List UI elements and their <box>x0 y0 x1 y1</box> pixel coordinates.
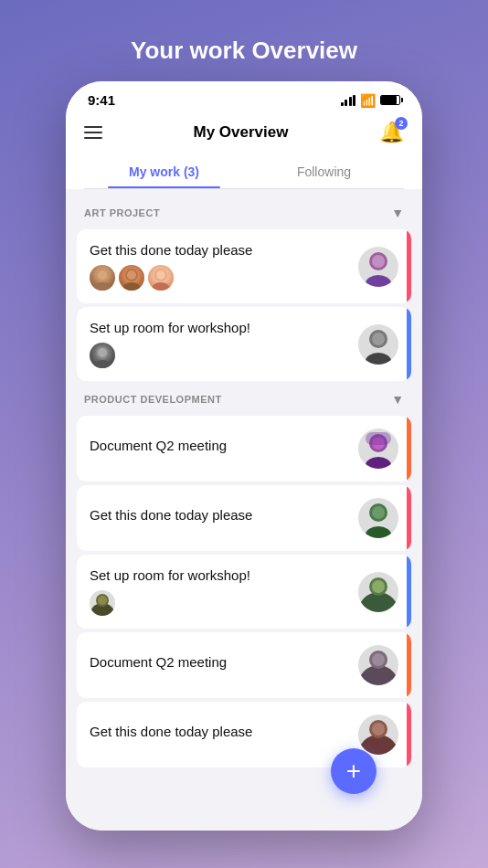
task-card-left: Document Q2 meeting <box>90 654 358 677</box>
section-title-product: PRODUCT DEVELOPMENT <box>84 394 222 405</box>
status-time: 9:41 <box>88 92 115 108</box>
header-title: My Overview <box>194 123 289 142</box>
task-card-left: Get this done today please <box>90 242 358 291</box>
notification-button[interactable]: 🔔 2 <box>379 121 404 144</box>
task-card-2[interactable]: Set up room for workshop! <box>77 307 411 381</box>
battery-icon <box>380 95 400 105</box>
svg-point-4 <box>122 282 141 291</box>
content-area: ART PROJECT ▼ Get this done today please <box>66 189 422 831</box>
fab-button[interactable]: + <box>331 748 377 794</box>
status-icons: 📶 <box>341 93 401 108</box>
task-main-avatar <box>358 324 398 365</box>
task-avatars <box>90 590 358 616</box>
task-title: Set up room for workshop! <box>90 320 358 335</box>
section-art-project: ART PROJECT ▼ Get this done today please <box>66 198 422 381</box>
svg-point-10 <box>366 275 391 287</box>
section-header-art: ART PROJECT ▼ <box>66 198 422 226</box>
svg-point-1 <box>93 282 111 291</box>
svg-point-7 <box>152 282 170 291</box>
task-main-avatar <box>358 645 398 685</box>
wifi-icon: 📶 <box>360 93 376 108</box>
task-color-bar <box>407 485 411 551</box>
task-title: Get this done today please <box>90 507 358 523</box>
status-bar: 9:41 📶 <box>66 81 422 113</box>
app-header: My Overview 🔔 2 My work (3) Following <box>66 113 422 189</box>
svg-point-19 <box>366 457 391 469</box>
tab-my-work[interactable]: My work (3) <box>84 155 244 188</box>
avatar <box>90 590 115 616</box>
svg-point-17 <box>372 333 385 345</box>
task-card-6[interactable]: Document Q2 meeting <box>77 632 411 698</box>
svg-point-14 <box>98 348 107 357</box>
tab-following[interactable]: Following <box>244 155 404 188</box>
task-main-avatar <box>358 429 398 469</box>
task-color-bar <box>407 555 411 629</box>
task-card-left: Set up room for workshop! <box>90 567 358 616</box>
avatar <box>148 265 174 291</box>
task-title: Document Q2 meeting <box>90 654 358 670</box>
task-main-avatar <box>358 247 398 287</box>
svg-point-11 <box>372 255 385 268</box>
task-card-1[interactable]: Get this done today please <box>77 229 411 303</box>
svg-point-13 <box>93 360 111 368</box>
task-color-bar <box>407 229 411 303</box>
svg-point-36 <box>372 723 385 736</box>
svg-point-23 <box>366 526 391 538</box>
signal-icon <box>341 95 356 106</box>
section-title-art: ART PROJECT <box>84 207 160 218</box>
menu-button[interactable] <box>84 126 102 139</box>
svg-point-24 <box>372 506 385 519</box>
avatar <box>90 265 115 291</box>
chevron-down-icon: ▼ <box>391 206 404 220</box>
tabs-container: My work (3) Following <box>84 155 404 189</box>
chevron-down-icon: ▼ <box>391 392 404 407</box>
section-product-dev: PRODUCT DEVELOPMENT ▼ Document Q2 meetin… <box>66 385 422 767</box>
svg-rect-21 <box>366 432 391 445</box>
task-card-left: Get this done today please <box>90 507 358 530</box>
svg-point-8 <box>156 270 165 280</box>
task-main-avatar <box>358 715 398 755</box>
task-title: Document Q2 meeting <box>90 438 358 453</box>
avatar <box>90 343 115 368</box>
task-main-avatar <box>358 498 398 538</box>
svg-point-5 <box>127 270 136 280</box>
task-color-bar <box>407 307 411 381</box>
task-card-left: Set up room for workshop! <box>90 320 358 368</box>
task-title: Get this done today please <box>90 242 358 258</box>
phone-frame: 9:41 📶 My Overview 🔔 2 <box>66 81 422 831</box>
task-card-5[interactable]: Set up room for workshop! <box>77 555 411 629</box>
notification-badge: 2 <box>395 117 408 130</box>
task-title: Set up room for workshop! <box>90 567 358 583</box>
page-title: Your work Overview <box>131 37 357 65</box>
svg-point-30 <box>372 580 385 593</box>
task-main-avatar <box>358 572 398 612</box>
task-color-bar <box>407 702 411 767</box>
task-card-4[interactable]: Get this done today please <box>77 485 411 551</box>
svg-point-33 <box>372 653 385 666</box>
task-color-bar <box>407 416 411 482</box>
task-card-left: Document Q2 meeting <box>90 438 358 460</box>
section-header-product: PRODUCT DEVELOPMENT ▼ <box>66 385 422 412</box>
task-avatars <box>90 265 358 291</box>
task-color-bar <box>407 632 411 698</box>
svg-point-27 <box>98 596 107 605</box>
task-avatars <box>90 343 358 368</box>
task-card-3[interactable]: Document Q2 meeting <box>77 416 411 482</box>
svg-point-16 <box>366 353 391 365</box>
task-title: Get this done today please <box>90 724 358 739</box>
svg-point-2 <box>98 270 107 280</box>
avatar <box>119 265 144 291</box>
task-card-left: Get this done today please <box>90 724 358 746</box>
